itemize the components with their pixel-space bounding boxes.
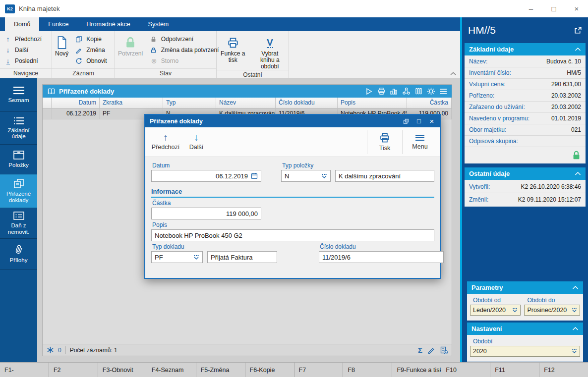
- dialog-next-button[interactable]: ↓ Další: [181, 133, 212, 151]
- sum-icon[interactable]: Σ: [418, 346, 422, 354]
- column-header-nazev[interactable]: Název: [216, 98, 276, 108]
- toolbar-divider: [402, 130, 403, 154]
- dropdown-chevron-icon: [512, 308, 518, 313]
- column-header-popis[interactable]: Popis: [338, 98, 407, 108]
- lock-green-icon: [124, 35, 137, 51]
- chevron-up-icon[interactable]: [575, 47, 581, 52]
- columns-icon[interactable]: [414, 87, 423, 95]
- obdobi-dropdown[interactable]: 2020: [470, 346, 580, 357]
- column-header-typ[interactable]: Typ: [163, 98, 216, 108]
- obdobi-od-dropdown[interactable]: Leden/2020: [470, 305, 521, 316]
- relations-icon[interactable]: [402, 87, 411, 95]
- chart-icon[interactable]: [389, 87, 398, 95]
- fkey-f1[interactable]: F1-: [0, 363, 49, 377]
- tab-hromadne-akce[interactable]: Hromadné akce: [77, 17, 139, 31]
- castka-field[interactable]: 119 000,00: [151, 208, 261, 219]
- print-icon[interactable]: [377, 87, 386, 95]
- panel-header: HM//5: [462, 17, 588, 43]
- unconfirm-button[interactable]: Odpotvrzení: [146, 34, 223, 45]
- chevron-up-icon[interactable]: [572, 326, 579, 331]
- edit-pencil-icon[interactable]: [427, 346, 435, 354]
- sidebar-item-zakladni-udaje[interactable]: Základní údaje: [0, 112, 37, 145]
- fkey-f8[interactable]: F8: [343, 363, 392, 377]
- change-button[interactable]: Změna: [71, 45, 111, 55]
- fkey-f2[interactable]: F2: [49, 363, 98, 377]
- printer-icon: [227, 35, 239, 51]
- grid-menu-icon[interactable]: [439, 88, 448, 95]
- change-confirm-date-button[interactable]: Změna data potvrzení: [146, 45, 223, 55]
- window-titlebar: K2 Kniha majetek – □ ×: [0, 0, 588, 17]
- fkey-f4[interactable]: F4-Seznam: [147, 363, 196, 377]
- close-button[interactable]: ×: [565, 0, 588, 17]
- fkey-f3[interactable]: F3-Obnovit: [98, 363, 147, 377]
- documents-icon: [14, 179, 24, 188]
- dialog-previous-button[interactable]: ↑ Předchozí: [150, 133, 181, 151]
- last-button[interactable]: ↓Poslední: [0, 55, 46, 66]
- new-button[interactable]: Nový: [52, 34, 71, 57]
- typ-dokladu-dropdown[interactable]: PF: [151, 251, 203, 263]
- column-header-datum[interactable]: Datum: [52, 98, 100, 108]
- fkey-f5[interactable]: F5-Změna: [196, 363, 245, 377]
- cancel-circle-icon: ⊗: [150, 57, 158, 64]
- ribbon-tab-bar: Domů Funkce Hromadné akce Systém: [0, 17, 460, 31]
- popis-field[interactable]: Notebook HP ProBook 450 G2: [151, 229, 434, 241]
- obdobi-do-dropdown[interactable]: Prosinec/2020: [524, 305, 580, 316]
- select-book-period-button[interactable]: V Vybrat knihu a období: [251, 34, 289, 70]
- ribbon-collapse-chevron[interactable]: [450, 72, 456, 76]
- fkey-f11[interactable]: F11: [490, 363, 539, 377]
- previous-button[interactable]: ↑Předchozí: [0, 34, 46, 45]
- section-header[interactable]: Základní údaje: [465, 43, 586, 55]
- section-parametry: Parametry Období od Leden/2020 Období do…: [467, 281, 583, 321]
- castka-label: Částka: [152, 200, 434, 207]
- settings-gear-icon[interactable]: [426, 87, 435, 96]
- sidebar-item-prirazene-doklady[interactable]: Přiřazené doklady: [0, 174, 37, 208]
- paperclip-icon: [14, 245, 23, 255]
- dialog-print-button[interactable]: Tisk: [369, 132, 400, 152]
- fkey-f12[interactable]: F12: [539, 363, 588, 377]
- datum-field[interactable]: 06.12.2019: [151, 170, 261, 182]
- section-header[interactable]: Parametry: [467, 281, 583, 294]
- next-button[interactable]: ↓Další: [0, 45, 46, 55]
- sidebar-item-polozky[interactable]: Položky: [0, 145, 37, 174]
- section-header[interactable]: Ostatní údaje: [465, 167, 586, 180]
- column-header-zkratka[interactable]: Zkratka: [100, 98, 163, 108]
- fkey-f9[interactable]: F9-Funkce a tisk: [392, 363, 441, 377]
- k2-logo-icon: K2: [5, 4, 15, 13]
- calendar-icon[interactable]: [251, 172, 258, 179]
- external-link-icon[interactable]: [574, 26, 582, 35]
- window-title: Kniha majetek: [19, 5, 59, 12]
- typ-polozky-dropdown[interactable]: N: [281, 170, 331, 182]
- column-header-cislo-dokladu[interactable]: Číslo dokladu: [276, 98, 338, 108]
- grid-titlebar: Přiřazené doklady: [43, 85, 452, 98]
- dialog-close-button[interactable]: ×: [425, 115, 438, 127]
- maximize-button[interactable]: □: [542, 0, 565, 17]
- cislo-dokladu-field[interactable]: 11/2019/6: [319, 251, 444, 263]
- section-header[interactable]: Nastavení: [467, 323, 583, 335]
- tab-system[interactable]: Systém: [139, 17, 178, 31]
- column-header-castka[interactable]: Částka: [407, 98, 452, 108]
- typ-dokladu-text-field[interactable]: Přijatá Faktura: [207, 251, 277, 263]
- tab-funkce[interactable]: Funkce: [39, 17, 77, 31]
- dialog-dock-icon[interactable]: [400, 115, 412, 127]
- dialog-maximize-button[interactable]: □: [412, 115, 425, 127]
- copy-button[interactable]: Kopie: [71, 34, 111, 45]
- dialog-menu-button[interactable]: Menu: [405, 134, 435, 150]
- sidebar-item-seznam[interactable]: Seznam: [0, 78, 37, 112]
- minimize-button[interactable]: –: [520, 0, 542, 17]
- dialog-titlebar[interactable]: Přiřazené doklady □ ×: [145, 115, 440, 127]
- fkey-f10[interactable]: F10: [441, 363, 490, 377]
- chevron-up-icon[interactable]: [572, 285, 579, 290]
- fkey-f6[interactable]: F6-Kopie: [245, 363, 294, 377]
- sidebar-item-dan-z-nemovit[interactable]: Daň z nemovit.: [0, 208, 37, 239]
- typ-polozky-text-field[interactable]: K dalšímu zpracování: [335, 170, 434, 182]
- sidebar-item-prilohy[interactable]: Přílohy: [0, 239, 37, 269]
- functions-print-button[interactable]: Funkce a tisk: [217, 34, 249, 63]
- info-row: Název:Budova č. 10: [465, 56, 586, 67]
- chevron-up-icon[interactable]: [575, 171, 581, 176]
- fkey-f7[interactable]: F7: [294, 363, 344, 377]
- play-icon[interactable]: [364, 88, 373, 95]
- refresh-button[interactable]: Obnovit: [71, 55, 111, 66]
- add-document-icon[interactable]: [440, 346, 448, 354]
- ribbon-group-zaznam: Nový Kopie Změna Obnovit Záznam: [52, 31, 115, 78]
- tab-domu[interactable]: Domů: [5, 17, 39, 31]
